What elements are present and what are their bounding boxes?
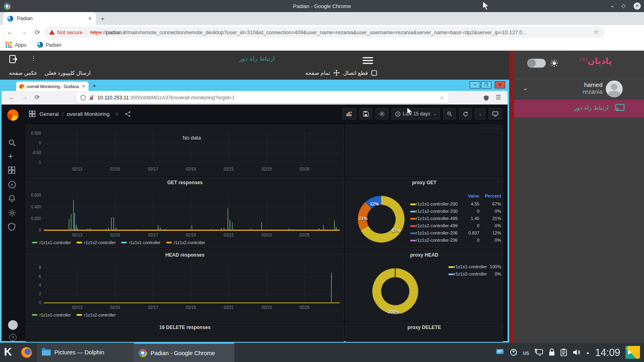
remote-address-bar[interactable]: 10.110.253.11 :3000/d/tbMGzA37k/overall-… bbox=[76, 93, 448, 103]
permissions-shield-icon[interactable] bbox=[483, 95, 489, 101]
series-label[interactable]: r1z1s1-controller-499 bbox=[416, 216, 458, 221]
not-secure-label[interactable]: Not secure bbox=[57, 29, 83, 35]
panel-proxy-head[interactable]: proxy HEAD 100% r1z1s1-controller100%r1z… bbox=[345, 249, 503, 321]
panel-head-responses[interactable]: HEAD responses 8642002/1302/1502/1702/19… bbox=[26, 249, 344, 321]
legend-item[interactable]: r1z1s2-controller bbox=[166, 240, 205, 245]
firefox-icon[interactable] bbox=[21, 347, 32, 358]
panel-empty[interactable]: ‒ ‒‒ ‒ ‒ bbox=[345, 125, 503, 176]
task-dolphin[interactable]: Pictures — Dolphin bbox=[37, 343, 134, 362]
panel-proxy-delete[interactable]: proxy DELETE bbox=[345, 322, 503, 342]
series-label[interactable]: r1z1s1-controller-206 bbox=[416, 230, 458, 235]
refresh-button[interactable] bbox=[459, 108, 472, 119]
network-icon[interactable] bbox=[535, 348, 543, 356]
reload-icon[interactable]: ⟳ bbox=[31, 29, 44, 36]
remote-new-tab-button[interactable]: + bbox=[93, 82, 96, 89]
time-range-picker[interactable]: Last 15 days ⌄ bbox=[392, 108, 440, 119]
lock-icon[interactable] bbox=[549, 348, 555, 356]
maximize-button[interactable]: ◇ bbox=[618, 2, 629, 9]
theme-toggle[interactable] bbox=[527, 59, 546, 68]
breadcrumb-folder[interactable]: General bbox=[39, 111, 59, 117]
dashboards-icon[interactable] bbox=[8, 167, 15, 174]
panel-title[interactable]: 16 DELETE responses bbox=[26, 325, 344, 330]
tab-close-icon[interactable]: ✕ bbox=[88, 16, 92, 21]
dashboard-settings-button[interactable] bbox=[376, 108, 388, 119]
panel-get-responses[interactable]: GET responses 0.6000.4000.200002/1302/15… bbox=[26, 177, 344, 248]
dashboard-grid-icon[interactable] bbox=[29, 111, 35, 117]
fullscreen-action[interactable]: تمام صفحه bbox=[305, 70, 330, 76]
insecure-lock-icon[interactable] bbox=[89, 95, 94, 101]
user-avatar-icon[interactable] bbox=[8, 320, 18, 330]
legend-item[interactable]: r1z1s1-controller bbox=[32, 313, 71, 317]
keyboard-layout[interactable]: us bbox=[523, 349, 529, 356]
panel-title[interactable]: HEAD responses bbox=[26, 252, 344, 258]
configuration-gear-icon[interactable] bbox=[8, 209, 16, 217]
zoom-out-button[interactable] bbox=[443, 108, 456, 119]
move-arrows-icon[interactable] bbox=[333, 70, 340, 76]
user-avatar[interactable] bbox=[606, 80, 623, 97]
legend-item[interactable]: r1z1s2-controller bbox=[76, 313, 116, 317]
clipboard-icon[interactable] bbox=[560, 348, 567, 356]
remote-forward-icon[interactable]: → bbox=[22, 94, 28, 101]
new-tab-button[interactable]: + bbox=[101, 15, 105, 23]
remote-reload-icon[interactable]: ⟳ bbox=[35, 94, 40, 101]
breadcrumb-dashboard[interactable]: overall Monitoring bbox=[67, 111, 110, 117]
search-icon[interactable] bbox=[8, 139, 16, 147]
browser-tab[interactable]: Padian ✕ bbox=[3, 12, 96, 25]
save-dashboard-button[interactable] bbox=[359, 108, 372, 119]
user-chevron-down-icon[interactable]: ⌄ bbox=[523, 84, 528, 92]
remote-browser-tab[interactable]: overall Monitoring - Grafana ✕ bbox=[16, 82, 89, 91]
panel-title[interactable]: GET responses bbox=[26, 180, 344, 185]
disconnect-action[interactable]: قطع اتصال bbox=[343, 70, 368, 76]
panel-title[interactable]: proxy GET bbox=[346, 180, 503, 185]
volume-icon[interactable] bbox=[572, 348, 581, 356]
panel-proxy-get[interactable]: proxy GET 12%21%67% ValuePercentr1z1s1-c… bbox=[345, 177, 503, 248]
alerting-bell-icon[interactable] bbox=[8, 195, 16, 203]
share-icon[interactable] bbox=[125, 111, 131, 117]
sidebar-item-remote-connection[interactable]: ارتباط راه دور bbox=[514, 100, 644, 117]
dashboard-star-icon[interactable]: ☆ bbox=[114, 111, 119, 117]
panel-noname-timeseries[interactable]: 0.5000-0.50-102/1302/1502/1702/1902/2102… bbox=[26, 125, 344, 176]
remote-bookmark-star-icon[interactable]: ☆ bbox=[440, 95, 444, 101]
remote-menu-icon[interactable]: ☰ bbox=[496, 94, 501, 101]
series-label[interactable]: r1z1s2-controller-200 bbox=[416, 209, 458, 214]
padian-bookmark[interactable]: Padian bbox=[46, 42, 62, 48]
admin-shield-icon[interactable] bbox=[8, 223, 15, 231]
back-icon[interactable]: ← bbox=[3, 29, 17, 36]
remote-close-button[interactable]: ✕ bbox=[495, 81, 505, 88]
remote-back-icon[interactable]: ← bbox=[9, 94, 15, 101]
cycle-view-button[interactable] bbox=[489, 108, 502, 119]
series-label[interactable]: r1z1s2-controller-206 bbox=[416, 238, 458, 243]
screenshot-action[interactable]: عکس صفحه bbox=[9, 70, 37, 76]
address-bar[interactable]: Not secure | https :// padian.ir /main/r… bbox=[44, 27, 605, 38]
legend-item[interactable]: r1z1s1-controller bbox=[121, 240, 160, 245]
series-label[interactable]: r1z1s2-controller-499 bbox=[416, 223, 458, 228]
send-clipboard-action[interactable]: ارسال کلیپبورد فعلی bbox=[45, 70, 91, 76]
forward-icon[interactable]: → bbox=[17, 29, 31, 36]
apps-label[interactable]: Apps bbox=[15, 42, 27, 48]
task-chrome[interactable]: Padian - Google Chrome bbox=[134, 343, 234, 362]
legend-item[interactable]: r1z1s1-controller bbox=[32, 240, 71, 245]
remote-minimize-button[interactable]: – bbox=[470, 81, 480, 88]
help-icon[interactable]: ? bbox=[9, 334, 17, 341]
remote-tab-close-icon[interactable]: ✕ bbox=[82, 84, 85, 88]
updates-icon[interactable] bbox=[510, 348, 518, 356]
tracking-shield-icon[interactable] bbox=[80, 95, 86, 101]
minimize-button[interactable]: ⌄ bbox=[607, 2, 617, 8]
padian-menu-icon[interactable] bbox=[363, 56, 373, 66]
grafana-logo-icon[interactable] bbox=[7, 109, 19, 121]
desktop-pager[interactable] bbox=[625, 346, 640, 359]
apps-grid-icon[interactable] bbox=[6, 42, 12, 48]
create-icon[interactable]: + bbox=[8, 151, 13, 162]
kde-launcher-icon[interactable]: K bbox=[4, 346, 12, 358]
legend-item[interactable]: r1z1s2-controller bbox=[76, 240, 116, 245]
series-label[interactable]: r1z1s1-controller-200 bbox=[416, 202, 458, 206]
clock[interactable]: 14:09 bbox=[595, 347, 620, 358]
explore-compass-icon[interactable] bbox=[8, 181, 16, 189]
panel-title[interactable]: proxy DELETE bbox=[346, 325, 503, 330]
tray-expand-caret-icon[interactable]: ▲ bbox=[586, 350, 590, 355]
bookmark-star-icon[interactable]: ☆ bbox=[594, 29, 599, 36]
add-panel-button[interactable] bbox=[343, 108, 356, 119]
notifications-icon[interactable] bbox=[496, 348, 504, 356]
refresh-interval-caret[interactable]: ⌄ bbox=[475, 108, 485, 119]
panel-title[interactable]: proxy HEAD bbox=[346, 252, 503, 258]
